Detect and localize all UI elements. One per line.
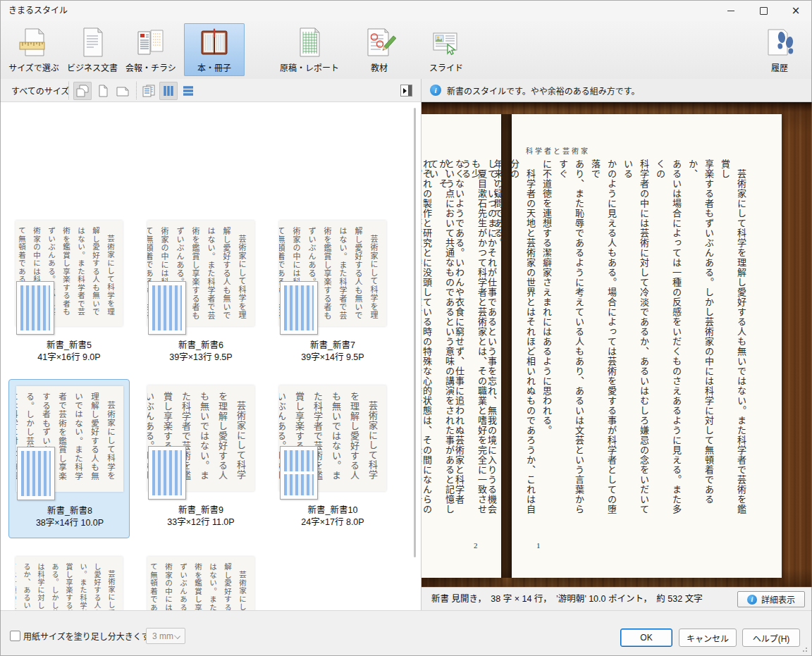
newsletter-icon	[134, 25, 168, 59]
filter-landscape-button[interactable]	[113, 82, 132, 100]
detail-view-label: 詳細表示	[761, 593, 795, 605]
info-circle-icon: i	[430, 85, 441, 96]
style-spec: 39字×14行 9.5P	[272, 349, 393, 363]
detail-view-button[interactable]: i 詳細表示	[737, 591, 805, 607]
all-orientations-icon	[75, 83, 90, 99]
landscape-page-icon	[115, 83, 130, 99]
maximize-button[interactable]	[747, 0, 780, 21]
layout-mini-icon	[16, 281, 54, 335]
divider	[68, 82, 69, 99]
bleed-size-value: 3 mm	[152, 631, 173, 641]
book-icon	[197, 25, 231, 59]
toolbar-item-size[interactable]: サイズで選ぶ	[4, 23, 64, 76]
help-button[interactable]: ヘルプ(H)	[742, 629, 800, 647]
vertical-text-icon	[161, 83, 176, 99]
style-info-message: 新書のスタイルです。やや余裕のある組み方です。	[447, 85, 640, 97]
toolbar-item-slide[interactable]: スライド	[416, 23, 476, 76]
text-line: 科学者の天地と芸術家の世界とはそれほど相いれぬものであろうか、これは自分の	[506, 159, 539, 524]
toolbar-item-label: 教材	[349, 61, 410, 73]
text-line: かのように見える人もある。場合によっては芸術を愛する事が科学者としての堕落で	[587, 159, 620, 524]
horizontal-text-icon	[180, 83, 196, 99]
style-item-7[interactable]: 芸術家にして科学を理解し愛好する人も無いではない。また科学者で芸術を鑑賞し享楽す…	[272, 214, 393, 373]
text-line: 夏目漱石先生がかつて科学者と芸術家とは、その職業と嗜好を完全に一致させうる	[457, 159, 490, 524]
style-item-8[interactable]: 芸術家にして科学を理解し愛好する人も無いではない。また科学者で芸術を鑑賞し享楽す…	[8, 379, 130, 538]
style-item-11[interactable]: 芸術家にして科学を理解し愛好する人も無いではない。また科学者で芸術を鑑賞し享楽す…	[8, 550, 130, 610]
toolbar-item-label: 本・冊子	[184, 61, 245, 73]
text-line: る。もちろん芸術家も時として衣食のために自分の嗜好に反した仕事に骨を折らなけ	[422, 159, 425, 524]
style-sample-page: 芸術家にして科学を理解し愛好する人も無いではない。また科学者で芸術を鑑賞し享楽す…	[16, 557, 123, 610]
vertical-scrollbar[interactable]	[414, 108, 416, 557]
size-icon	[17, 25, 51, 59]
preview-right-page: 科学者と芸術家 芸術家にして科学を理解し愛好する人も無いではない。また科学者で芸…	[512, 114, 782, 578]
style-thumbnail-pane: 芸術家にして科学を理解し愛好する人も無いではない。また科学者で芸術を鑑賞し享楽す…	[0, 102, 421, 610]
manuscript-icon	[293, 25, 326, 59]
panel-expand-button[interactable]	[400, 85, 412, 97]
category-toolbar: サイズで選ぶビジネス文書会報・チラシ本・冊子原稿・レポート教材スライド履歴	[0, 21, 812, 80]
size-filter-label: すべてのサイズ	[11, 85, 69, 97]
text-line: 科学者の中には芸術に対して冷淡であるか、あるいはむしろ嫌忌の念をいだいている	[620, 159, 652, 524]
toolbar-item-book[interactable]: 本・冊子	[184, 23, 245, 76]
running-header: 科学者と芸術家	[526, 145, 590, 156]
info-circle-icon: i	[747, 595, 757, 605]
minimize-button[interactable]	[715, 0, 747, 21]
history-icon	[763, 25, 796, 59]
text-line: あるいは場合によっては一種の反感をいだくものさえあるように見える。また多くの	[652, 159, 684, 524]
style-item-6[interactable]: 芸術家にして科学を理解し愛好する人も無いではない。また科学者で芸術を鑑賞し享楽す…	[140, 214, 262, 373]
preview-status-bar: 新書 見開き， 38 字 × 14 行， ’游明朝’ 10.0 ポイント， 約 …	[422, 587, 812, 610]
style-item-12[interactable]: 芸術家にして科学を理解し愛好する人も無いではない。また科学者で芸術を鑑賞し享楽す…	[140, 550, 262, 610]
filter-horizontal-text-button[interactable]	[179, 82, 197, 100]
toolbar-item-label: ビジネス文書	[62, 61, 123, 73]
filter-spread-button[interactable]	[140, 82, 158, 100]
toolbar-item-newsletter[interactable]: 会報・チラシ	[121, 23, 181, 76]
filter-portrait-button[interactable]	[94, 82, 112, 100]
style-item-9[interactable]: 芸術家にして科学を理解し愛好する人も無いではない。また科学者で芸術を鑑賞し享楽す…	[140, 379, 262, 538]
right-page-body-text: 芸術家にして科学を理解し愛好する人も無いではない。また科学者で芸術を鑑賞し享楽す…	[422, 159, 749, 524]
toolbar-item-history[interactable]: 履歴	[749, 23, 810, 76]
portrait-page-icon	[95, 83, 111, 99]
style-spec: 41字×16行 9.0P	[8, 349, 130, 363]
layout-mini-icon	[148, 446, 186, 500]
text-line: 享楽する者もずいぶんある。しかし芸術家の中には科学に対して無頓着であるか、	[684, 159, 717, 524]
business-icon	[75, 25, 109, 59]
style-summary-text: 新書 見開き， 38 字 × 14 行， ’游明朝’ 10.0 ポイント， 約 …	[431, 588, 703, 610]
preview-pane: して、いつのまにかそれが仕事であるという事を忘れ、無我の境に入りうる機会も少なく…	[422, 102, 812, 587]
right-page-number: 1	[536, 541, 541, 550]
info-bar: i 新書のスタイルです。やや余裕のある組み方です。	[422, 79, 812, 102]
style-item-5[interactable]: 芸術家にして科学を理解し愛好する人も無いではない。また科学者で芸術を鑑賞し享楽す…	[8, 214, 130, 373]
text-line: という点において共通なものであるという意味の講演をされた事があると記憶してい	[425, 159, 457, 524]
filter-vertical-text-button[interactable]	[159, 82, 178, 100]
chevron-down-icon	[174, 633, 180, 639]
window-title: きまるスタイル	[8, 0, 68, 21]
text-line: あり、また恥辱であるように考えている人もあり、あるいは文芸という言葉からすぐ	[555, 159, 587, 524]
toolbar-item-material[interactable]: 教材	[349, 23, 410, 76]
maximize-icon	[760, 7, 768, 15]
style-item-10[interactable]: 芸術家にして科学を理解し愛好する人も無いではない。また科学者で芸術を鑑賞し享楽す…	[272, 379, 393, 538]
toolbar-item-label: サイズで選ぶ	[4, 61, 64, 73]
toolbar-item-manuscript[interactable]: 原稿・レポート	[276, 23, 343, 76]
sample-text: 芸術家にして科学を理解し愛好する人も無いではない。また科学者で芸術を鑑賞し享楽す…	[16, 563, 118, 610]
style-spec: 39字×13行 9.5P	[140, 349, 262, 363]
toolbar-item-label: スライド	[416, 61, 476, 73]
minimize-icon	[727, 11, 734, 11]
layout-mini-icon	[148, 281, 186, 335]
filter-all-orientations-button[interactable]	[73, 82, 92, 100]
text-line: に不道徳を連想する潔癖家さえまれにはあるように思われる。	[539, 159, 555, 524]
layout-mini-icon	[280, 281, 318, 335]
resize-grip[interactable]	[800, 645, 807, 652]
close-button[interactable]: ×	[780, 0, 812, 21]
toolbar-item-business[interactable]: ビジネス文書	[62, 23, 123, 76]
title-bar: きまるスタイル ×	[0, 0, 812, 21]
bleed-size-select[interactable]: 3 mm	[146, 628, 185, 644]
bleed-checkbox[interactable]	[10, 631, 20, 641]
text-line: 芸術家にして科学を理解し愛好する人も無いではない。また科学者で芸術を鑑賞し	[717, 159, 749, 524]
text-line: 年来の疑問である。	[490, 159, 506, 524]
material-icon	[362, 25, 396, 59]
style-spec: 38字×14行 10.0P	[9, 515, 130, 528]
style-spec: 33字×12行 11.0P	[140, 514, 262, 528]
slide-icon	[429, 25, 463, 59]
style-sample-page: 芸術家にして科学を理解し愛好する人も無いではない。また科学者で芸術を鑑賞し享楽す…	[147, 557, 254, 610]
ok-button[interactable]: OK	[620, 629, 672, 647]
panel-expand-icon	[403, 88, 407, 94]
cancel-button[interactable]: キャンセル	[679, 629, 737, 647]
layout-mini-icon	[17, 447, 55, 500]
